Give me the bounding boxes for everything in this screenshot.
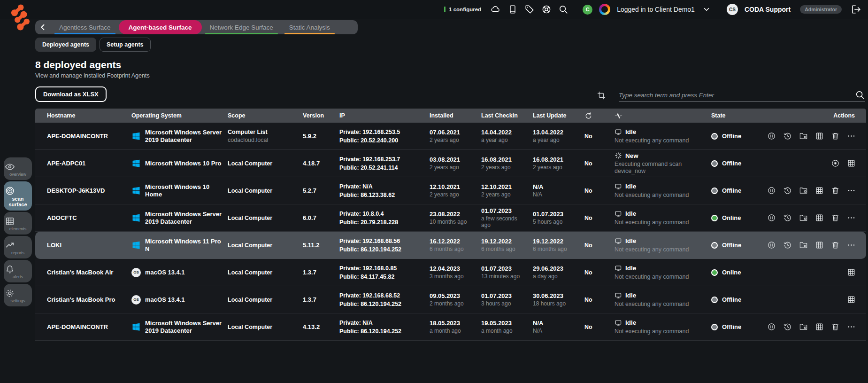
trash-icon[interactable] <box>831 132 840 141</box>
history-icon[interactable] <box>783 213 792 222</box>
trash-icon[interactable] <box>831 241 840 250</box>
more-icon[interactable] <box>847 241 856 250</box>
sidebar-item-elements[interactable]: elements <box>4 212 32 234</box>
scope-cell: Local Computer <box>228 215 303 221</box>
trash-icon[interactable] <box>831 213 840 222</box>
download-xlsx-button[interactable]: Download as XLSX <box>35 86 107 102</box>
last-update-cell: 29.06.2023 a day ago <box>533 265 584 280</box>
grid-icon[interactable] <box>847 295 856 304</box>
search-icon[interactable] <box>558 4 568 15</box>
table-row[interactable]: Cristian's MacBook Air OS macOS 13.4.1 L… <box>35 259 866 286</box>
pause-circle-icon[interactable] <box>767 132 776 141</box>
tab-static-analysis[interactable]: Static Analysis <box>281 20 338 34</box>
sidebar-item-scan-surface[interactable]: scan surface <box>4 181 32 211</box>
more-icon[interactable] <box>847 213 856 222</box>
back-chevron-icon[interactable] <box>35 20 51 34</box>
activity-label: Idle <box>625 292 636 299</box>
tag-icon[interactable] <box>524 4 535 15</box>
sidebar-item-settings[interactable]: settings <box>4 284 32 306</box>
grid-icon[interactable] <box>815 213 824 222</box>
table-row[interactable]: APE-ADPC01 OS Microsoft Windows 10 Pro L… <box>35 150 866 177</box>
row-actions <box>775 295 866 304</box>
version: 5.2.7 <box>303 187 339 194</box>
history-icon[interactable] <box>783 322 792 331</box>
history-icon[interactable] <box>783 132 792 141</box>
grid-icon[interactable] <box>815 322 824 331</box>
monitor-icon <box>615 128 622 136</box>
os-name: Microsoft Windows 10 Home <box>145 183 223 198</box>
os-cell: OS macOS 13.4.1 <box>131 268 228 277</box>
history-icon[interactable] <box>783 241 792 250</box>
sidebar-item-reports[interactable]: reports <box>4 236 32 258</box>
sidebar-item-alerts[interactable]: alerts <box>4 260 32 282</box>
more-icon[interactable] <box>847 186 856 195</box>
ip-cell: Private: 10.8.0.4 Public: 20.79.218.228 <box>339 210 430 227</box>
activity-cell: Idle Not executing any command <box>615 237 711 253</box>
table-row[interactable]: ADOCFTC OS Microsoft Windows Server 2019… <box>35 204 866 232</box>
hostname: APE-DOMAINCONTR <box>35 133 131 140</box>
folder-scan-icon[interactable] <box>799 213 808 222</box>
grid-icon[interactable] <box>815 241 824 250</box>
search-input[interactable] <box>619 92 855 99</box>
folder-scan-icon[interactable] <box>799 241 808 250</box>
auto-update-flag: No <box>584 215 615 221</box>
subtab-deployed-agents[interactable]: Deployed agents <box>35 38 96 52</box>
subtab-setup-agents[interactable]: Setup agents <box>100 38 151 52</box>
more-icon[interactable] <box>847 322 856 331</box>
folder-scan-icon[interactable] <box>799 132 808 141</box>
tab-agent-based-surface[interactable]: Agent-based Surface <box>119 20 202 34</box>
trash-icon[interactable] <box>831 322 840 331</box>
device-icon[interactable] <box>507 4 518 15</box>
last-update-cell: N/A N/A <box>533 183 584 198</box>
crop-filter-icon[interactable] <box>597 91 606 100</box>
client-brand-avatar[interactable] <box>599 4 610 15</box>
windows-logo-icon <box>131 186 141 195</box>
sidebar-item-overview[interactable]: overview <box>4 157 32 180</box>
os-cell: OS Microsoft Windows Server 2019 Datacen… <box>131 211 228 226</box>
tab-network-edge-surface[interactable]: Network Edge Surface <box>202 20 281 34</box>
pause-circle-icon[interactable] <box>767 241 776 250</box>
more-icon[interactable] <box>847 132 856 141</box>
target-icon <box>5 186 31 196</box>
chevron-down-icon[interactable] <box>701 4 712 15</box>
os-name: macOS 13.4.1 <box>145 296 185 304</box>
account-avatar[interactable]: CS <box>727 4 738 15</box>
grid-icon[interactable] <box>847 268 856 277</box>
activity-description: Not executing any command <box>615 192 697 199</box>
pause-circle-icon[interactable] <box>767 186 776 195</box>
folder-scan-icon[interactable] <box>799 322 808 331</box>
auto-update-flag: No <box>584 269 615 276</box>
client-avatar[interactable]: C <box>583 5 592 15</box>
folder-scan-icon[interactable] <box>799 186 808 195</box>
history-icon[interactable] <box>783 186 792 195</box>
scope-cell: Local Computer <box>228 242 303 249</box>
col-operating-system: Operating System <box>131 112 228 119</box>
cloud-icon[interactable] <box>491 4 501 15</box>
row-actions <box>775 322 866 331</box>
table-row[interactable]: APE-DOMAINCONTR OS Microsoft Windows Ser… <box>35 123 866 150</box>
grid-icon[interactable] <box>815 186 824 195</box>
pause-circle-icon[interactable] <box>767 322 776 331</box>
last-update-cell: N/A N/A <box>533 320 584 334</box>
support-wheel-icon[interactable] <box>541 4 552 15</box>
table-row[interactable]: DESKTOP-J6K13VD OS Microsoft Windows 10 … <box>35 177 866 204</box>
logout-icon[interactable] <box>851 4 861 15</box>
table-row[interactable]: Cristian's MacBook Pro OS macOS 13.4.1 L… <box>35 286 866 313</box>
state-cell: Offline <box>711 133 775 140</box>
stop-circle-icon[interactable] <box>831 159 840 168</box>
grid-icon[interactable] <box>815 132 824 141</box>
table-row[interactable]: APE-DOMAINCONTR OS Microsoft Windows Ser… <box>35 313 866 341</box>
state-label: Offline <box>722 133 741 140</box>
spinner-icon <box>615 152 622 159</box>
state-label: Offline <box>722 296 741 303</box>
pause-circle-icon[interactable] <box>767 213 776 222</box>
trash-icon[interactable] <box>831 186 840 195</box>
state-dot-icon <box>711 269 718 276</box>
state-dot-icon <box>711 215 718 221</box>
search-icon[interactable] <box>855 90 865 100</box>
gear-icon <box>5 288 31 298</box>
table-row[interactable]: LOKI OS Microsoft Windows 11 Pro N Local… <box>35 232 866 259</box>
auto-update-flag: No <box>584 188 615 194</box>
tab-agentless-surface[interactable]: Agentless Surface <box>51 20 119 34</box>
grid-icon[interactable] <box>847 159 856 168</box>
